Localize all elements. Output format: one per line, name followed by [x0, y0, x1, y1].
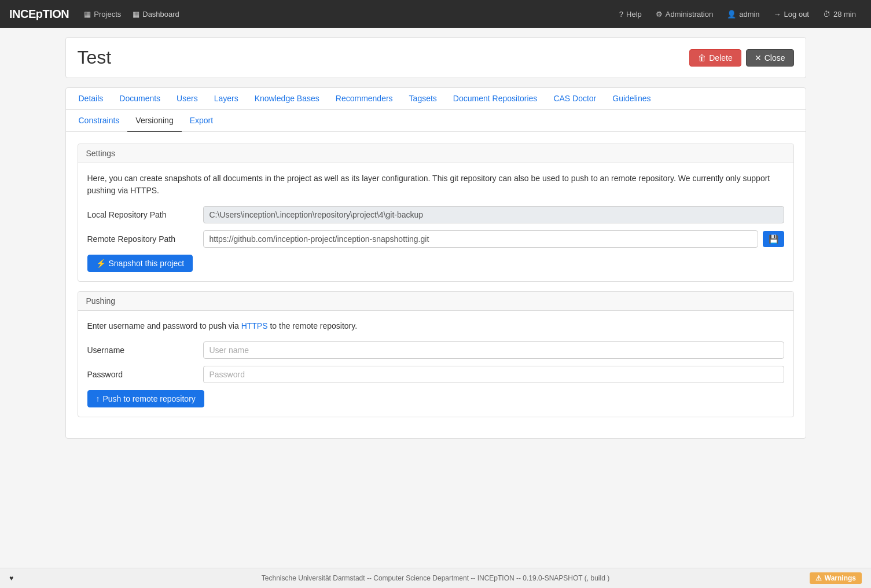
tab-knowledge-bases[interactable]: Knowledge Bases [247, 88, 328, 110]
tabs-panel: Details Documents Users Layers Knowledge… [65, 87, 806, 439]
password-label: Password [87, 370, 203, 379]
local-repo-input [203, 206, 784, 223]
save-remote-repo-button[interactable]: 💾 [763, 231, 784, 247]
local-repo-row: Local Repository Path [87, 206, 784, 223]
tab-versioning[interactable]: Versioning [127, 110, 181, 132]
navbar-right: ? Help ⚙ Administration 👤 admin → Log ou… [613, 8, 862, 21]
password-row: Password [87, 366, 784, 383]
username-input[interactable] [203, 341, 784, 359]
footer-text: Technische Universität Darmstadt -- Comp… [262, 574, 609, 582]
password-field [203, 366, 784, 383]
tabs-row-2: Constraints Versioning Export [66, 110, 806, 132]
tab-cas-doctor[interactable]: CAS Doctor [545, 88, 604, 110]
tab-recommenders[interactable]: Recommenders [328, 88, 401, 110]
delete-button[interactable]: 🗑 Delete [689, 49, 741, 67]
nav-session-time: ⏱ 28 min [817, 8, 862, 21]
project-header: Test 🗑 Delete ✕ Close [65, 37, 806, 78]
brand-logo[interactable]: INCEpTION [9, 8, 69, 21]
versioning-tab-content: Settings Here, you can create snapshots … [66, 132, 806, 438]
tab-tagsets[interactable]: Tagsets [401, 88, 445, 110]
dashboard-icon: ▦ [133, 10, 139, 19]
question-icon: ? [619, 10, 623, 19]
tab-users[interactable]: Users [168, 88, 206, 110]
project-title: Test [78, 47, 112, 68]
warning-icon: ⚠ [815, 574, 822, 582]
tab-details[interactable]: Details [71, 88, 112, 110]
remote-repo-input[interactable] [203, 230, 758, 248]
nav-admin-user[interactable]: 👤 admin [721, 8, 765, 21]
upload-icon: ↑ [96, 394, 100, 403]
remote-repo-field-group: 💾 [203, 230, 784, 248]
grid-icon: ▦ [84, 10, 91, 19]
username-row: Username [87, 341, 784, 359]
push-button[interactable]: ↑ Push to remote repository [87, 390, 204, 407]
user-icon: 👤 [727, 10, 736, 19]
header-buttons: 🗑 Delete ✕ Close [689, 49, 793, 67]
nav-help[interactable]: ? Help [613, 8, 648, 21]
tab-documents[interactable]: Documents [111, 88, 168, 110]
pushing-section-header: Pushing [78, 292, 793, 311]
nav-projects[interactable]: ▦ Projects [78, 8, 127, 21]
pushing-section: Pushing Enter username and password to p… [78, 291, 794, 417]
remote-repo-label: Remote Repository Path [87, 234, 203, 244]
password-input[interactable] [203, 366, 784, 383]
times-icon: ✕ [755, 53, 762, 63]
pushing-description: Enter username and password to push via … [87, 320, 784, 332]
close-button[interactable]: ✕ Close [746, 49, 794, 67]
tab-constraints[interactable]: Constraints [71, 110, 128, 132]
pushing-section-body: Enter username and password to push via … [78, 311, 793, 417]
tab-guidelines[interactable]: Guidelines [604, 88, 659, 110]
warnings-badge[interactable]: ⚠ Warnings [810, 572, 862, 584]
nav-logout[interactable]: → Log out [768, 8, 815, 21]
nav-administration[interactable]: ⚙ Administration [650, 8, 719, 21]
settings-description: Here, you can create snapshots of all do… [87, 172, 784, 197]
wrench-icon: ⚙ [656, 10, 663, 19]
tab-document-repositories[interactable]: Document Repositories [445, 88, 546, 110]
settings-section-header: Settings [78, 144, 793, 163]
save-icon: 💾 [769, 234, 778, 244]
main-content: Test 🗑 Delete ✕ Close Details Documents … [54, 28, 818, 448]
footer: ♥ Technische Universität Darmstadt -- Co… [0, 568, 871, 588]
tab-export[interactable]: Export [182, 110, 221, 132]
navbar: INCEpTION ▦ Projects ▦ Dashboard ? Help … [0, 0, 871, 28]
trash-icon: 🗑 [698, 53, 706, 63]
heart-icon: ♥ [9, 574, 13, 582]
remote-repo-row: Remote Repository Path 💾 [87, 230, 784, 248]
settings-section: Settings Here, you can create snapshots … [78, 144, 794, 282]
tab-layers[interactable]: Layers [206, 88, 247, 110]
bolt-icon: ⚡ [96, 259, 106, 268]
clock-icon: ⏱ [823, 10, 830, 19]
settings-section-body: Here, you can create snapshots of all do… [78, 163, 793, 281]
username-field [203, 341, 784, 359]
local-repo-label: Local Repository Path [87, 210, 203, 219]
tabs-row: Details Documents Users Layers Knowledge… [66, 88, 806, 110]
username-label: Username [87, 346, 203, 355]
logout-icon: → [774, 10, 781, 19]
local-repo-field [203, 206, 784, 223]
snapshot-button[interactable]: ⚡ Snapshot this project [87, 255, 193, 272]
nav-dashboard[interactable]: ▦ Dashboard [127, 8, 185, 21]
